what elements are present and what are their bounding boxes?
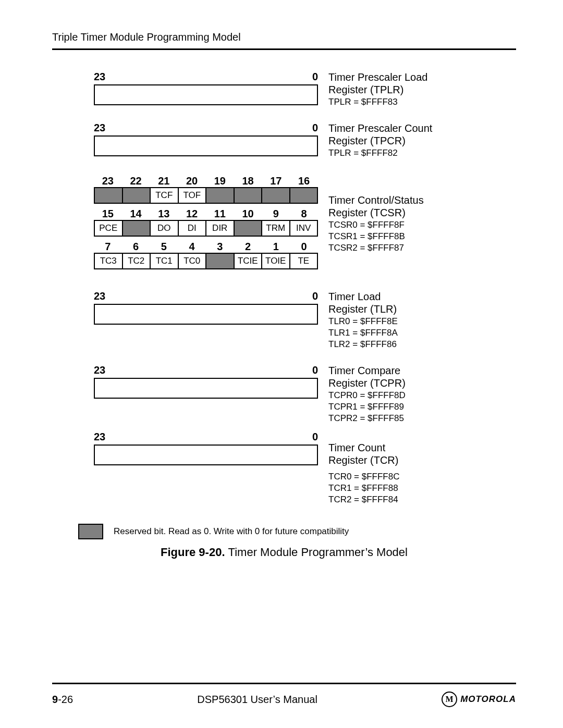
reserved-bit-cell <box>290 188 319 203</box>
register-tpcr: 23 0 Timer Prescaler Count Register (TPC… <box>94 122 516 158</box>
bit-number: 3 <box>206 241 234 253</box>
reserved-bit-cell <box>95 188 123 203</box>
register-address: TCR2 = $FFFF84 <box>328 495 516 505</box>
bit-cells-row: PCEDODIDIRTRMINV <box>94 220 318 237</box>
register-box <box>94 304 318 325</box>
reserved-swatch <box>78 524 103 539</box>
page-suffix: -26 <box>58 694 73 705</box>
register-name: Timer Prescaler Load <box>328 71 516 83</box>
bit-number: 7 <box>94 241 122 253</box>
bit-field-cell: TCF <box>151 188 179 203</box>
register-name: Timer Compare <box>328 364 516 377</box>
header-rule <box>52 48 516 50</box>
register-address: TLR2 = $FFFF86 <box>328 339 516 350</box>
brand-text: MOTOROLA <box>460 694 516 705</box>
legend-text: Reserved bit. Read as 0. Write with 0 fo… <box>114 526 349 537</box>
register-tcpr: 23 0 Timer Compare Register (TCPR) TCPR0… <box>94 364 516 424</box>
register-address: TCPR2 = $FFFF85 <box>328 413 516 424</box>
register-tcsr: 2322212019181716TCFTOF15141312111098PCED… <box>94 173 516 269</box>
register-name: Register (TPLR) <box>328 83 516 96</box>
register-tplr: 23 0 Timer Prescaler Load Register (TPLR… <box>94 71 516 107</box>
bit-field-cell: TRM <box>262 221 290 236</box>
section-header: Triple Timer Module Programming Model <box>52 31 516 43</box>
brand: M MOTOROLA <box>442 692 516 707</box>
bit-lo: 0 <box>312 431 318 443</box>
page: Triple Timer Module Programming Model 23… <box>0 0 563 728</box>
bit-cells-row: TC3TC2TC1TC0TCIETOIETE <box>94 253 318 269</box>
bit-hi: 23 <box>94 364 105 376</box>
bit-field-cell: INV <box>290 221 319 236</box>
chapter-number: 9 <box>52 694 58 705</box>
bit-number: 9 <box>262 208 290 220</box>
bit-field-cell: PCE <box>95 221 123 236</box>
reserved-bit-cell <box>206 188 235 203</box>
bit-field-cell: DO <box>151 221 179 236</box>
bit-field-cell: DIR <box>206 221 235 236</box>
bit-number: 10 <box>234 208 262 220</box>
figure-area: 23 0 Timer Prescaler Load Register (TPLR… <box>52 71 516 559</box>
bit-number: 13 <box>150 208 178 220</box>
bit-number: 16 <box>290 175 318 187</box>
bit-number: 17 <box>262 175 290 187</box>
bit-numbers-row: 15141312111098 <box>94 208 318 220</box>
bit-field-cell: TC0 <box>179 254 207 268</box>
bit-number: 5 <box>150 241 178 253</box>
caption-title: Timer Module Programmer’s Model <box>228 546 408 559</box>
register-address: TCSR1 = $FFFF8B <box>328 231 516 242</box>
register-address: TCPR1 = $FFFF89 <box>328 402 516 412</box>
register-box <box>94 135 318 156</box>
bit-numbers-row: 76543210 <box>94 241 318 253</box>
register-address: TPLR = $FFFF82 <box>328 148 516 158</box>
page-footer: 9-26 DSP56301 User’s Manual M MOTOROLA <box>52 683 516 707</box>
motorola-logo-icon: M <box>442 692 457 707</box>
bit-number: 22 <box>122 175 150 187</box>
bit-number: 11 <box>206 208 234 220</box>
bit-hi: 23 <box>94 431 105 443</box>
register-tlr: 23 0 Timer Load Register (TLR) TLR0 = $F… <box>94 290 516 350</box>
bit-field-cell: TOIE <box>262 254 290 268</box>
register-box <box>94 445 318 465</box>
bit-number: 1 <box>262 241 290 253</box>
register-address: TCPR0 = $FFFF8D <box>328 390 516 401</box>
bit-field-cell: TC1 <box>151 254 179 268</box>
bit-field-cell: DI <box>179 221 207 236</box>
bit-field-cell: TC3 <box>95 254 123 268</box>
legend: Reserved bit. Read as 0. Write with 0 fo… <box>78 524 516 539</box>
bit-number: 15 <box>94 208 122 220</box>
bit-number: 2 <box>234 241 262 253</box>
bit-number: 14 <box>122 208 150 220</box>
register-address: TCR0 = $FFFF8C <box>328 472 516 482</box>
register-name: Timer Control/Status <box>328 194 516 206</box>
bit-hi: 23 <box>94 71 105 83</box>
bit-hi: 23 <box>94 290 105 302</box>
bit-number: 19 <box>206 175 234 187</box>
bit-number: 0 <box>290 241 318 253</box>
page-number: 9-26 <box>52 694 73 706</box>
bit-number: 18 <box>234 175 262 187</box>
reserved-bit-cell <box>123 221 151 236</box>
bit-field-cell: TOF <box>179 188 207 203</box>
reserved-bit-cell <box>235 221 263 236</box>
footer-rule <box>52 683 516 684</box>
figure-caption: Figure 9-20. Timer Module Programmer’s M… <box>52 546 516 559</box>
register-address: TCR1 = $FFFF88 <box>328 483 516 493</box>
bit-hi: 23 <box>94 122 105 134</box>
register-address: TLR1 = $FFFF8A <box>328 328 516 338</box>
register-name: Timer Count <box>328 441 516 454</box>
bit-lo: 0 <box>312 290 318 302</box>
bit-lo: 0 <box>312 71 318 83</box>
caption-number: Figure 9-20. <box>161 546 228 559</box>
bit-cells-row: TCFTOF <box>94 187 318 204</box>
register-name: Timer Load <box>328 290 516 303</box>
reserved-bit-cell <box>262 188 290 203</box>
bit-field-cell: TE <box>290 254 319 268</box>
register-box <box>94 378 318 399</box>
register-address: TCSR2 = $FFFF87 <box>328 243 516 253</box>
bit-lo: 0 <box>312 364 318 376</box>
reserved-bit-cell <box>235 188 263 203</box>
reserved-bit-cell <box>123 188 151 203</box>
bit-number: 8 <box>290 208 318 220</box>
register-name: Timer Prescaler Count <box>328 122 516 134</box>
bit-number: 21 <box>150 175 178 187</box>
reserved-bit-cell <box>206 254 235 268</box>
